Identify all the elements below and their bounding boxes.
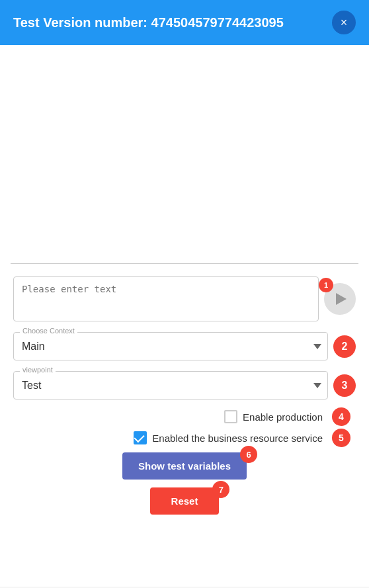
- divider: [11, 263, 358, 264]
- context-label: Choose Context: [20, 327, 77, 335]
- enable-business-row: Enabled the business resource service 5: [13, 431, 356, 444]
- show-test-row: Show test variables 6: [13, 452, 356, 480]
- send-icon: [336, 293, 347, 305]
- viewpoint-row: viewpoint Test Production Staging 3: [13, 371, 356, 399]
- banner-title: Test Version number: 474504579774423095: [13, 15, 284, 30]
- context-select[interactable]: Main Secondary Tertiary: [13, 332, 328, 360]
- step2-badge: 2: [333, 335, 356, 358]
- step1-badge: 1: [319, 278, 333, 292]
- main-content: 1 Choose Context Main Secondary Tertiary…: [0, 45, 369, 587]
- step3-badge: 3: [333, 374, 356, 397]
- enable-production-row: Enable production 4: [13, 410, 356, 423]
- reset-row: Reset 7: [13, 487, 356, 515]
- step5-badge: 5: [332, 429, 350, 447]
- enable-production-checkbox[interactable]: [224, 410, 237, 423]
- send-container: 1: [324, 283, 356, 315]
- top-banner: Test Version number: 474504579774423095 …: [0, 0, 369, 45]
- step7-badge: 7: [212, 481, 229, 498]
- viewpoint-label: viewpoint: [20, 366, 56, 374]
- send-button[interactable]: 1: [324, 283, 356, 315]
- form-area: 1 Choose Context Main Secondary Tertiary…: [0, 276, 369, 515]
- step4-badge: 4: [332, 407, 350, 426]
- context-row: Choose Context Main Secondary Tertiary 2: [13, 332, 356, 360]
- reset-button[interactable]: Reset: [150, 487, 220, 515]
- text-input[interactable]: [13, 276, 319, 321]
- enable-production-label: Enable production: [243, 411, 323, 423]
- step6-badge: 6: [240, 446, 257, 463]
- context-wrapper: Choose Context Main Secondary Tertiary: [13, 332, 328, 360]
- text-input-row: 1: [13, 276, 356, 321]
- viewpoint-wrapper: viewpoint Test Production Staging: [13, 371, 328, 399]
- enable-business-label: Enabled the business resource service: [152, 433, 323, 444]
- close-button[interactable]: ×: [332, 11, 356, 34]
- enable-business-checkbox[interactable]: [134, 431, 147, 444]
- show-test-button[interactable]: Show test variables: [122, 452, 247, 480]
- viewpoint-select[interactable]: Test Production Staging: [13, 371, 328, 399]
